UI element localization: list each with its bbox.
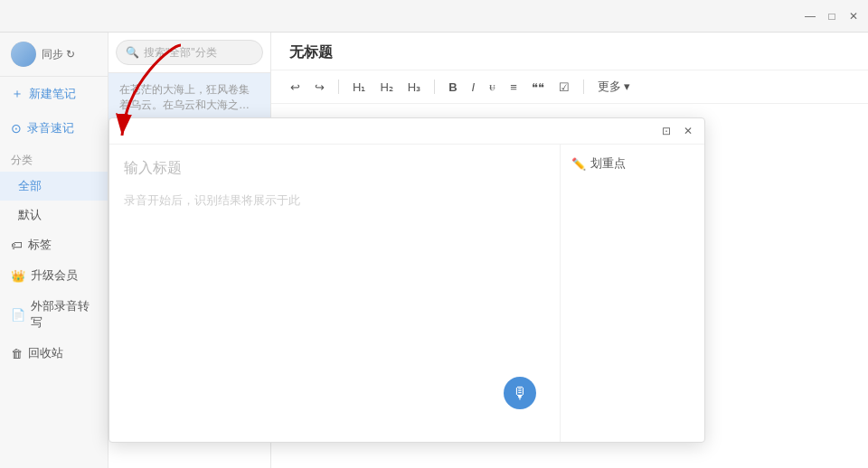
app-window: — □ ✕ 同步 ↻ ＋ 新建笔记 ⊙ 录音速记	[0, 0, 868, 468]
highlight-label: 划重点	[590, 155, 626, 172]
modal-title-input[interactable]: 输入标题	[124, 159, 545, 178]
recording-modal-overlay: ⊡ ✕ 输入标题 录音开始后，识别结果将展示于此 🎙	[0, 0, 868, 468]
modal-right-header: ✏️ 划重点	[571, 155, 693, 172]
mic-icon: 🎙	[512, 384, 528, 403]
modal-title-bar: ⊡ ✕	[109, 118, 704, 145]
modal-body: 输入标题 录音开始后，识别结果将展示于此 🎙 ✏️ 划重点	[109, 145, 704, 442]
modal-left-panel: 输入标题 录音开始后，识别结果将展示于此 🎙	[109, 145, 560, 442]
recording-modal: ⊡ ✕ 输入标题 录音开始后，识别结果将展示于此 🎙	[108, 117, 705, 443]
modal-controls: ⊡ ✕	[659, 124, 695, 138]
modal-resize-button[interactable]: ⊡	[659, 124, 674, 138]
recording-hint: 录音开始后，识别结果将展示于此	[124, 192, 545, 209]
modal-right-panel: ✏️ 划重点	[560, 145, 704, 442]
modal-close-button[interactable]: ✕	[681, 124, 695, 138]
mic-button[interactable]: 🎙	[504, 377, 536, 409]
pen-icon: ✏️	[571, 157, 586, 171]
